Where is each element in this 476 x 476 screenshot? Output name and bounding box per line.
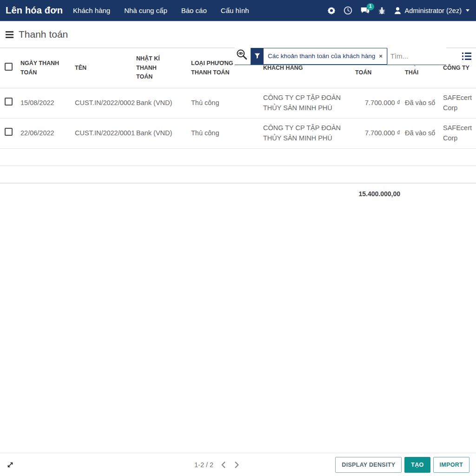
search-magnifier-icon[interactable] [236,48,248,63]
search-bar: Các khoản thanh toán của khách hàng × [235,47,446,65]
user-avatar-icon [394,7,402,14]
cell-company: SAFEcert Corp [441,88,476,119]
pagination: 1-2 / 2 [194,460,240,469]
cell-customer: CÔNG TY CP TẬP ĐOÀN THỦY SẢN MINH PHÚ [261,119,353,149]
cell-name: CUST.IN/2022/0002 [73,88,134,119]
next-page-icon[interactable] [233,460,240,469]
list-view-icon[interactable] [462,52,471,62]
pagination-range: 1-2 / 2 [194,461,213,469]
filter-funnel-icon [251,48,264,64]
cell-amount: 7.700.000 ₫ [353,88,403,119]
empty-row [0,149,476,166]
cell-company: SAFEcert Corp [441,119,476,149]
previous-page-icon[interactable] [220,460,227,469]
notification-badge: 1 [367,3,374,10]
table-row[interactable]: 22/06/2022 CUST.IN/2022/0001 Bank (VND) … [0,119,476,149]
total-amount: 15.400.000,00 [353,183,403,205]
expand-icon[interactable] [7,461,14,469]
chevron-down-icon [466,9,469,12]
select-all-checkbox[interactable] [5,63,13,71]
bottom-bar: 1-2 / 2 DISPLAY DENSITY TẠO IMPORT [0,453,476,476]
create-button[interactable]: TẠO [404,457,430,473]
cell-status: Đã vào sổ [403,88,441,119]
row-checkbox[interactable] [5,98,13,106]
bug-icon[interactable] [378,7,386,15]
search-facet: Các khoản thanh toán của khách hàng × [251,48,387,65]
menu-item-settings[interactable]: Cấu hình [221,7,249,14]
menu-item-reports[interactable]: Báo cáo [181,7,207,14]
user-menu[interactable]: Administrator (2ez) [394,7,469,14]
search-input[interactable] [387,48,446,64]
row-checkbox[interactable] [5,128,13,136]
cell-date: 22/06/2022 [19,119,73,149]
select-all-header [0,48,19,88]
user-label: Administrator (2ez) [405,7,462,14]
action-buttons: DISPLAY DENSITY TẠO IMPORT [335,457,469,473]
column-header-name[interactable]: TÊN [73,48,134,88]
cell-amount: 7.700.000 ₫ [353,119,403,149]
cell-journal: Bank (VND) [134,119,189,149]
page-title: Thanh toán [19,29,68,40]
display-density-button[interactable]: DISPLAY DENSITY [335,457,402,473]
menu-item-customers[interactable]: Khách hàng [73,7,110,14]
payments-table: NGÀY THANH TOÁN TÊN NHẬT KÍ THANH TOÁN L… [0,48,476,205]
cell-customer: CÔNG TY CP TẬP ĐOÀN THỦY SẢN MINH PHÚ [261,88,353,119]
app-name[interactable]: Lên hóa đơn [6,5,63,16]
table-footer-row: 15.400.000,00 [0,183,476,205]
cell-name: CUST.IN/2022/0001 [73,119,134,149]
column-header-date[interactable]: NGÀY THANH TOÁN [19,48,73,88]
gear-icon[interactable] [327,7,336,15]
facet-remove-icon[interactable]: × [378,48,387,64]
topbar-right: 1 Administrator (2ez) [327,6,469,15]
cell-method: Thủ công [189,88,261,119]
main-menu: Khách hàng Nhà cung cấp Báo cáo Cấu hình [73,7,249,14]
menu-item-vendors[interactable]: Nhà cung cấp [124,7,167,14]
search-facet-label: Các khoản thanh toán của khách hàng [264,48,378,64]
cell-date: 15/08/2022 [19,88,73,119]
cell-journal: Bank (VND) [134,88,189,119]
empty-row [0,166,476,183]
control-panel: Thanh toán Các khoản thanh toán của khác… [0,21,476,48]
cell-status: Đã vào sổ [403,119,441,149]
column-header-journal[interactable]: NHẬT KÍ THANH TOÁN [134,48,189,88]
cell-method: Thủ công [189,119,261,149]
sidebar-toggle-icon[interactable] [6,30,13,39]
top-navbar: Lên hóa đơn Khách hàng Nhà cung cấp Báo … [0,0,476,21]
table-row[interactable]: 15/08/2022 CUST.IN/2022/0002 Bank (VND) … [0,88,476,119]
activities-clock-icon[interactable] [344,6,352,15]
messages-icon[interactable]: 1 [360,7,370,15]
import-button[interactable]: IMPORT [433,457,469,473]
